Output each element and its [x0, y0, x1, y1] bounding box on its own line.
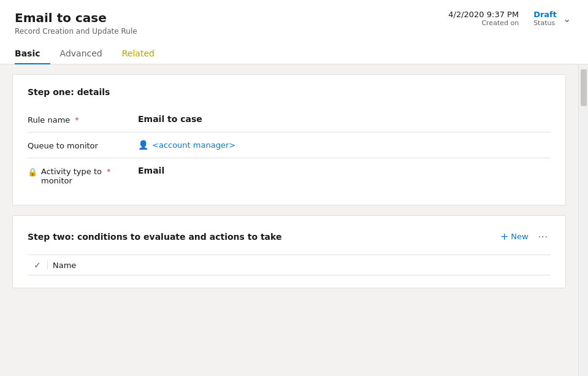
check-column: ✓	[28, 260, 47, 270]
scrollbar[interactable]	[578, 64, 588, 376]
activity-type-row: 🔒 Activity type to monitor * Email	[28, 158, 551, 193]
column-separator	[47, 260, 48, 270]
step-two-card: Step two: conditions to evaluate and act…	[12, 215, 566, 288]
scroll-track	[579, 64, 588, 376]
step-two-header: Step two: conditions to evaluate and act…	[28, 228, 551, 245]
main-content: Step one: details Rule name * Email to c…	[0, 64, 588, 376]
tab-advanced[interactable]: Advanced	[50, 44, 112, 64]
queue-monitor-link-text[interactable]: <account manager>	[152, 140, 235, 150]
content-area: Step one: details Rule name * Email to c…	[0, 64, 578, 376]
status-label: Status	[533, 19, 557, 27]
status-block: Draft Status ⌄	[533, 10, 573, 27]
plus-icon: +	[500, 231, 508, 242]
rule-name-label: Rule name *	[28, 114, 138, 125]
rule-name-value: Email to case	[138, 114, 551, 124]
header-left: Email to case Record Creation and Update…	[15, 10, 137, 36]
tab-related[interactable]: Related	[112, 44, 164, 64]
step-two-actions: + New ···	[498, 228, 551, 245]
created-date: 4/2/2020 9:37 PM	[448, 10, 519, 19]
record-subtitle: Record Creation and Update Rule	[15, 27, 137, 36]
header-meta-date: 4/2/2020 9:37 PM Created on	[448, 10, 519, 27]
table-header-row: ✓ Name	[28, 255, 551, 275]
step-one-card: Step one: details Rule name * Email to c…	[12, 74, 566, 205]
new-button-label: New	[511, 232, 528, 241]
required-star-activity: *	[107, 167, 111, 176]
new-button[interactable]: + New	[498, 228, 531, 245]
queue-icon: 👤	[138, 140, 148, 150]
header-right: 4/2/2020 9:37 PM Created on Draft Status…	[448, 10, 573, 27]
tab-bar: Basic Advanced Related	[15, 43, 573, 64]
rule-name-row: Rule name * Email to case	[28, 107, 551, 132]
tab-basic[interactable]: Basic	[15, 44, 50, 64]
required-star-rule-name: *	[75, 115, 79, 125]
status-value: Draft	[533, 10, 557, 19]
activity-type-label: 🔒 Activity type to monitor *	[28, 166, 138, 185]
check-mark-icon: ✓	[34, 260, 41, 270]
status-chevron-button[interactable]: ⌄	[560, 10, 573, 27]
queue-monitor-row: Queue to monitor 👤 <account manager>	[28, 132, 551, 158]
scroll-thumb[interactable]	[581, 69, 587, 106]
step-two-title: Step two: conditions to evaluate and act…	[28, 232, 282, 242]
queue-monitor-value[interactable]: 👤 <account manager>	[138, 140, 551, 150]
status-text: Draft Status	[533, 10, 557, 27]
record-title: Email to case	[15, 10, 137, 26]
step-one-title: Step one: details	[28, 87, 551, 97]
name-column-header: Name	[53, 261, 76, 270]
activity-type-value: Email	[138, 166, 551, 175]
created-on-label: Created on	[448, 19, 519, 27]
queue-monitor-label: Queue to monitor	[28, 140, 138, 150]
lock-icon: 🔒	[28, 167, 37, 177]
more-options-button[interactable]: ···	[536, 229, 551, 245]
header-top: Email to case Record Creation and Update…	[15, 10, 573, 36]
page-header: Email to case Record Creation and Update…	[0, 0, 588, 64]
